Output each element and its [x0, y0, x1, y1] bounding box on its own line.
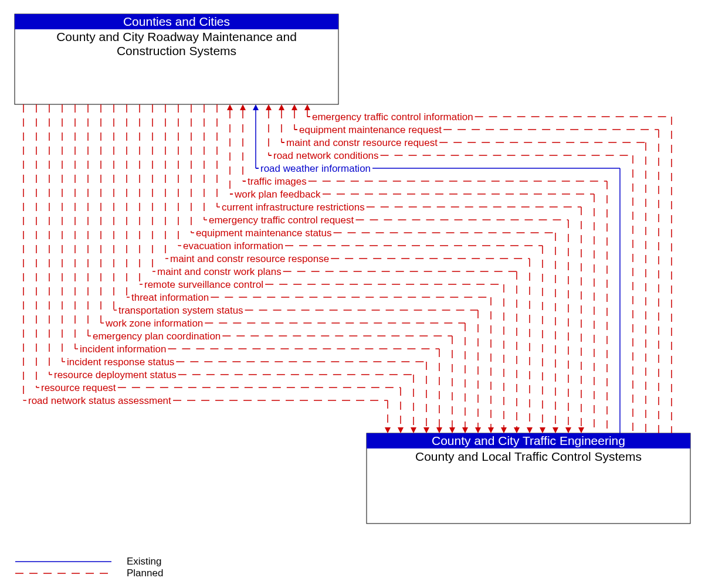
flow-label: maint and constr resource response [170, 253, 329, 264]
flow-label: emergency traffic control information [312, 111, 473, 123]
entity-top-body-line1: County and City Roadway Maintenance and [56, 30, 297, 43]
flow-label: traffic images [248, 176, 307, 187]
flow-label: maint and constr work plans [157, 266, 282, 277]
flow-label: road network status assessment [28, 395, 171, 406]
flow-label: equipment maintenance request [299, 124, 442, 135]
entity-bottom: County and City Traffic Engineering Coun… [367, 433, 690, 524]
flow-label: incident response status [67, 356, 174, 368]
entity-bottom-body: County and Local Traffic Control Systems [415, 450, 642, 463]
legend: Existing Planned [15, 556, 163, 579]
flow-label: evacuation information [183, 240, 283, 251]
entity-top-body-line2: Construction Systems [117, 44, 236, 57]
flow-label: emergency traffic control request [209, 215, 354, 226]
flow-label: emergency plan coordination [93, 331, 221, 342]
flow-label: remote surveillance control [144, 279, 263, 290]
legend-planned-label: Planned [127, 567, 163, 579]
flow-label: transportation system status [118, 305, 243, 316]
flow-label: maint and constr resource request [286, 137, 438, 148]
entity-top: Counties and Cities County and City Road… [15, 14, 338, 104]
flow-label: resource request [41, 382, 116, 393]
flow-label: road network conditions [273, 150, 379, 161]
architecture-flow-diagram: Counties and Cities County and City Road… [0, 0, 705, 588]
flow-label: threat information [131, 292, 209, 303]
entity-top-header: Counties and Cities [123, 15, 230, 28]
flow-label: work zone information [105, 318, 203, 329]
flow-label: equipment maintenance status [196, 227, 332, 239]
entity-bottom-header: County and City Traffic Engineering [432, 434, 625, 447]
flow-lines: emergency traffic control informationequ… [23, 104, 672, 433]
flow-label: work plan feedback [234, 189, 321, 200]
flow-label: incident information [80, 344, 166, 355]
flow-label: road weather information [260, 163, 371, 174]
legend-existing-label: Existing [127, 556, 162, 567]
flow-label: current infrastructure restrictions [222, 202, 365, 213]
flow-label: resource deployment status [54, 369, 177, 380]
